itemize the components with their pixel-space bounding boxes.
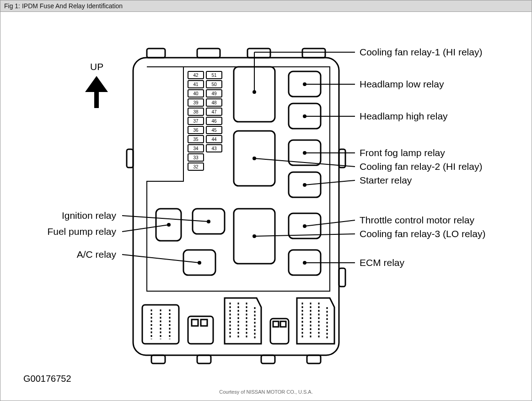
svg-rect-7 <box>307 355 321 363</box>
svg-text:37: 37 <box>193 119 199 124</box>
svg-rect-10 <box>339 268 345 287</box>
svg-text:35: 35 <box>193 137 199 142</box>
svg-text:39: 39 <box>193 100 199 105</box>
svg-text:51: 51 <box>211 73 217 78</box>
svg-rect-0 <box>147 49 165 58</box>
label-ac: A/C relay <box>77 249 116 260</box>
label-ecm: ECM relay <box>360 257 404 268</box>
svg-rect-9 <box>339 149 345 168</box>
svg-text:32: 32 <box>193 164 199 169</box>
svg-text:50: 50 <box>211 82 217 87</box>
relays-right <box>289 71 321 275</box>
svg-text:46: 46 <box>211 119 217 124</box>
credit-line: Courtesy of NISSAN MOTOR CO., U.S.A. <box>0 389 532 395</box>
svg-point-94 <box>198 261 201 264</box>
label-throttle: Throttle control motor relay <box>360 215 474 226</box>
svg-point-74 <box>303 83 306 86</box>
label-front-fog: Front fog lamp relay <box>360 147 445 158</box>
svg-rect-56 <box>192 320 198 326</box>
diagram-canvas: 42 41 40 39 38 37 36 35 34 33 32 51 50 4… <box>0 12 532 399</box>
svg-text:45: 45 <box>211 128 217 133</box>
svg-text:36: 36 <box>193 128 199 133</box>
svg-text:38: 38 <box>193 109 199 114</box>
svg-point-76 <box>303 115 306 118</box>
svg-line-89 <box>122 216 209 222</box>
svg-text:43: 43 <box>211 146 217 151</box>
document-id: G00176752 <box>23 374 71 384</box>
svg-point-88 <box>303 261 306 264</box>
up-arrow-icon <box>85 76 108 108</box>
svg-rect-2 <box>247 49 270 58</box>
svg-point-82 <box>303 184 306 186</box>
svg-text:48: 48 <box>211 100 217 105</box>
svg-rect-5 <box>197 355 211 363</box>
svg-line-85 <box>254 234 355 236</box>
svg-point-80 <box>253 157 256 160</box>
svg-point-72 <box>253 91 256 93</box>
label-fuel-pump: Fuel pump relay <box>47 226 116 237</box>
figure-title: Fig 1: IPDM Fuse And Relay Identificatio… <box>4 2 123 10</box>
svg-text:41: 41 <box>193 82 199 87</box>
svg-text:49: 49 <box>211 91 217 96</box>
label-headlamp-low: Headlamp low relay <box>360 79 444 90</box>
svg-point-78 <box>303 152 306 154</box>
label-starter: Starter relay <box>360 175 412 186</box>
svg-rect-3 <box>302 49 325 58</box>
svg-point-84 <box>303 225 306 228</box>
svg-text:42: 42 <box>193 73 199 78</box>
svg-text:33: 33 <box>193 155 199 160</box>
diagram-svg: 42 41 40 39 38 37 36 35 34 33 32 51 50 4… <box>0 12 532 399</box>
svg-text:40: 40 <box>193 91 199 96</box>
svg-rect-57 <box>201 320 207 326</box>
label-cooling-fan-3: Cooling fan relay-3 (LO relay) <box>360 228 485 239</box>
svg-point-90 <box>207 220 210 223</box>
label-cooling-fan-2: Cooling fan relay-2 (HI relay) <box>360 161 482 172</box>
svg-rect-4 <box>151 355 165 363</box>
svg-point-92 <box>167 223 170 226</box>
label-ignition: Ignition relay <box>62 210 116 221</box>
svg-marker-69 <box>85 76 108 108</box>
svg-rect-63 <box>273 321 279 327</box>
svg-text:47: 47 <box>211 109 217 114</box>
svg-rect-6 <box>261 355 275 363</box>
svg-line-91 <box>122 225 169 232</box>
diagram-frame: Fig 1: IPDM Fuse And Relay Identificatio… <box>0 0 532 401</box>
up-label: UP <box>90 61 103 72</box>
label-headlamp-high: Headlamp high relay <box>360 111 448 122</box>
title-bar: Fig 1: IPDM Fuse And Relay Identificatio… <box>0 0 532 12</box>
svg-rect-64 <box>280 321 286 327</box>
ipdm-body <box>133 58 339 355</box>
svg-text:44: 44 <box>211 137 217 142</box>
svg-rect-1 <box>197 49 220 58</box>
svg-rect-8 <box>127 149 133 168</box>
svg-text:34: 34 <box>193 146 199 151</box>
label-cooling-fan-1: Cooling fan relay-1 (HI relay) <box>360 47 482 58</box>
svg-point-86 <box>253 235 256 238</box>
